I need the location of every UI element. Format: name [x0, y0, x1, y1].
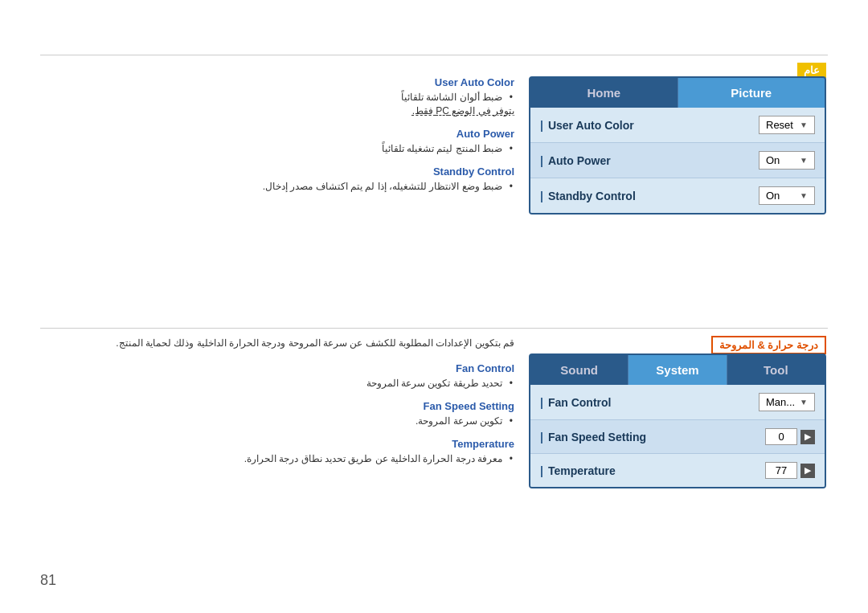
fan-control-block: Fan Control تحديد طريقة تكوين سرعة المرو… — [40, 362, 514, 389]
fan-speed-row-control[interactable]: 0 ▶ — [765, 428, 815, 445]
auto-power-arrow: ▼ — [800, 156, 808, 165]
user-auto-color-label: User Auto Color — [540, 119, 759, 132]
auto-power-heading: Auto Power — [40, 128, 514, 140]
fan-speed-heading: Fan Speed Setting — [40, 400, 514, 412]
auto-power-row: Auto Power On ▼ — [530, 143, 825, 178]
temperature-value: 77 — [765, 462, 797, 479]
fan-control-row-label: Fan Control — [540, 396, 759, 409]
bottom-text-area: قم بتكوين الإعدادات المطلوبة للكشف عن سر… — [40, 336, 514, 476]
temperature-row-control[interactable]: 77 ▶ — [765, 462, 815, 479]
top-panel-body: User Auto Color Reset ▼ Auto Power On ▼ … — [530, 108, 825, 213]
standby-control-heading: Standby Control — [40, 166, 514, 178]
auto-power-label: Auto Power — [540, 154, 759, 167]
bottom-ui-panel: Sound System Tool Fan Control Man... ▼ F… — [529, 353, 826, 488]
fan-control-row-control[interactable]: Man... ▼ — [759, 393, 815, 411]
bottom-section-label: درجة حرارة & المروحة — [711, 336, 826, 354]
auto-power-bullet: ضبط المنتج ليتم تشغيله تلقائياً — [40, 143, 514, 154]
temperature-row-label: Temperature — [540, 464, 765, 477]
fan-speed-bullet: تكوين سرعة المروحة. — [40, 415, 514, 427]
tab-sound[interactable]: Sound — [530, 355, 628, 385]
fan-speed-row-label: Fan Speed Setting — [540, 431, 765, 443]
temperature-block: Temperature معرفة درجة الحرارة الداخلية … — [40, 438, 514, 464]
auto-power-control[interactable]: On ▼ — [759, 151, 815, 170]
auto-power-dropdown[interactable]: On ▼ — [759, 151, 815, 170]
tab-tool[interactable]: Tool — [727, 355, 825, 385]
fan-speed-value: 0 — [765, 428, 797, 445]
tab-home[interactable]: Home — [530, 78, 678, 108]
user-auto-color-value: Reset — [766, 119, 793, 131]
fan-control-heading: Fan Control — [40, 362, 514, 374]
standby-control-control[interactable]: On ▼ — [759, 186, 815, 205]
temperature-bullet: معرفة درجة الحرارة الداخلية عن طريق تحدي… — [40, 453, 514, 464]
top-ui-panel: Home Picture User Auto Color Reset ▼ Aut… — [529, 76, 826, 215]
top-divider-line — [40, 55, 828, 55]
user-auto-color-block: User Auto Color ضبط ألوان الشاشة تلقائيا… — [40, 76, 514, 116]
fan-control-dropdown-arrow: ▼ — [800, 398, 808, 407]
fan-control-dropdown[interactable]: Man... ▼ — [759, 393, 815, 411]
user-auto-color-arrow: ▼ — [800, 121, 808, 129]
tab-picture[interactable]: Picture — [678, 78, 825, 108]
standby-control-row: Standby Control On ▼ — [530, 178, 825, 213]
standby-control-arrow: ▼ — [800, 191, 808, 200]
fan-speed-row: Fan Speed Setting 0 ▶ — [530, 420, 825, 454]
mid-divider-line — [40, 328, 828, 329]
bottom-panel-tabs: Sound System Tool — [530, 355, 825, 385]
fan-control-row: Fan Control Man... ▼ — [530, 385, 825, 420]
bottom-intro-text: قم بتكوين الإعدادات المطلوبة للكشف عن سر… — [40, 336, 514, 351]
standby-control-label: Standby Control — [540, 190, 759, 202]
user-auto-color-dropdown[interactable]: Reset ▼ — [759, 116, 815, 134]
tab-system[interactable]: System — [628, 355, 727, 385]
temperature-row: Temperature 77 ▶ — [530, 454, 825, 487]
fan-speed-arrow-control[interactable]: 0 ▶ — [765, 428, 815, 445]
user-auto-color-control[interactable]: Reset ▼ — [759, 116, 815, 134]
top-text-area: User Auto Color ضبط ألوان الشاشة تلقائيا… — [40, 76, 514, 203]
user-auto-color-bullet: ضبط ألوان الشاشة تلقائياً — [40, 92, 514, 103]
user-auto-color-note: يتوفر في الوضع PC فقط. — [40, 105, 514, 116]
bottom-panel-body: Fan Control Man... ▼ Fan Speed Setting 0… — [530, 385, 825, 487]
temperature-heading: Temperature — [40, 438, 514, 450]
standby-control-block: Standby Control ضبط وضع الانتظار للتشغيل… — [40, 166, 514, 192]
standby-control-bullet: ضبط وضع الانتظار للتشغيله، إذا لم يتم اك… — [40, 181, 514, 192]
auto-power-block: Auto Power ضبط المنتج ليتم تشغيله تلقائي… — [40, 128, 514, 154]
fan-control-bullet: تحديد طريقة تكوين سرعة المروحة — [40, 378, 514, 389]
auto-power-value: On — [766, 154, 780, 166]
top-panel-tabs: Home Picture — [530, 78, 825, 108]
temperature-increment-button[interactable]: ▶ — [800, 464, 815, 478]
user-auto-color-heading: User Auto Color — [40, 76, 514, 88]
standby-control-value: On — [766, 190, 780, 202]
standby-control-dropdown[interactable]: On ▼ — [759, 186, 815, 205]
fan-speed-block: Fan Speed Setting تكوين سرعة المروحة. — [40, 400, 514, 427]
temperature-arrow-control[interactable]: 77 ▶ — [765, 462, 815, 479]
fan-speed-increment-button[interactable]: ▶ — [800, 430, 815, 444]
fan-control-dropdown-value: Man... — [766, 396, 795, 408]
page-number: 81 — [40, 572, 56, 589]
user-auto-color-row: User Auto Color Reset ▼ — [530, 108, 825, 143]
